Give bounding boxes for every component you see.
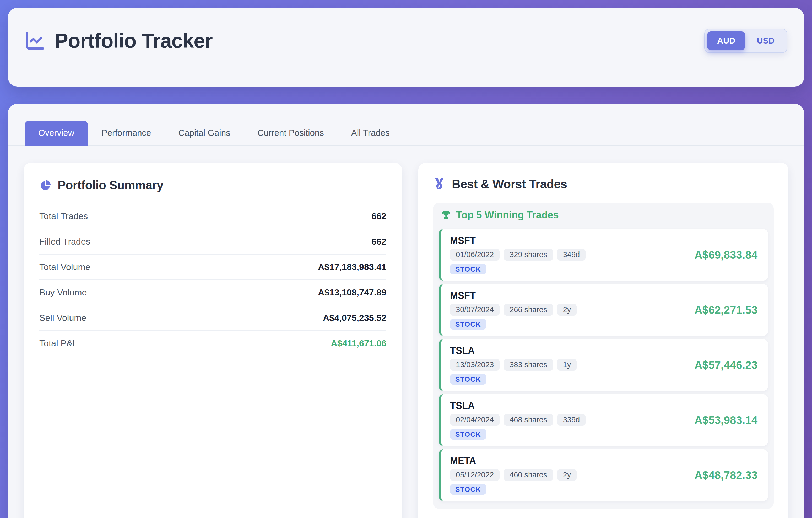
trade-card-4[interactable]: TSLA 02/04/2024 468 shares 339d STOCK A$… — [439, 394, 768, 446]
summary-label: Total P&L — [39, 338, 78, 348]
pie-chart-icon — [39, 179, 51, 191]
trade-symbol: TSLA — [450, 346, 577, 356]
trade-shares-chip: 383 shares — [504, 359, 553, 371]
trade-meta: 13/03/2023 383 shares 1y — [450, 359, 577, 371]
portfolio-summary-panel: Portfolio Summary Total Trades 662 Fille… — [24, 163, 402, 518]
summary-row-sell-volume: Sell Volume A$4,075,235.52 — [39, 306, 386, 331]
trade-card-5[interactable]: META 05/12/2022 460 shares 2y STOCK A$48… — [439, 449, 768, 501]
winning-trade-list: MSFT 01/06/2022 329 shares 349d STOCK A$… — [439, 229, 768, 501]
summary-value: 662 — [371, 236, 386, 247]
tab-all-trades[interactable]: All Trades — [338, 121, 403, 145]
trade-meta: 01/06/2022 329 shares 349d — [450, 249, 585, 261]
brand: Portfolio Tracker — [25, 29, 212, 53]
trade-card-2[interactable]: MSFT 30/07/2024 266 shares 2y STOCK A$62… — [439, 284, 768, 336]
trade-symbol: MSFT — [450, 235, 585, 246]
summary-row-total-pl: Total P&L A$411,671.06 — [39, 331, 386, 356]
summary-label: Total Trades — [39, 211, 88, 221]
trade-info: META 05/12/2022 460 shares 2y STOCK — [450, 456, 577, 495]
trade-holding-chip: 2y — [557, 469, 577, 481]
winning-trades-heading-label: Top 5 Winning Trades — [456, 209, 559, 221]
summary-row-buy-volume: Buy Volume A$13,108,747.89 — [39, 280, 386, 306]
medal-icon — [433, 178, 445, 190]
winning-trades-heading: Top 5 Winning Trades — [439, 209, 768, 221]
trade-info: TSLA 13/03/2023 383 shares 1y STOCK — [450, 346, 577, 384]
tab-overview[interactable]: Overview — [25, 121, 88, 146]
best-worst-panel: Best & Worst Trades Top 5 Winning Trades… — [418, 163, 788, 518]
trade-type-badge: STOCK — [450, 264, 486, 275]
portfolio-summary-header: Portfolio Summary — [39, 178, 386, 192]
tab-bar: Overview Performance Capital Gains Curre… — [8, 104, 804, 146]
tab-current-positions[interactable]: Current Positions — [244, 121, 338, 145]
trade-card-1[interactable]: MSFT 01/06/2022 329 shares 349d STOCK A$… — [439, 229, 768, 281]
trade-holding-chip: 1y — [557, 359, 577, 371]
page-title: Portfolio Tracker — [55, 29, 212, 53]
trade-holding-chip: 2y — [557, 304, 577, 316]
summary-value: A$17,183,983.41 — [318, 262, 386, 272]
trade-date-chip: 13/03/2023 — [450, 359, 499, 371]
trade-meta: 05/12/2022 460 shares 2y — [450, 469, 577, 481]
summary-row-total-volume: Total Volume A$17,183,983.41 — [39, 255, 386, 280]
trade-amount: A$57,446.23 — [694, 359, 757, 371]
trade-type-badge: STOCK — [450, 484, 486, 495]
overview-content: Portfolio Summary Total Trades 662 Fille… — [8, 146, 804, 518]
trade-symbol: META — [450, 456, 577, 466]
summary-value-pl: A$411,671.06 — [331, 338, 386, 348]
best-worst-title: Best & Worst Trades — [452, 177, 567, 191]
trade-date-chip: 01/06/2022 — [450, 249, 499, 261]
summary-rows: Total Trades 662 Filled Trades 662 Total… — [39, 204, 386, 356]
trade-card-3[interactable]: TSLA 13/03/2023 383 shares 1y STOCK A$57… — [439, 339, 768, 391]
trade-meta: 30/07/2024 266 shares 2y — [450, 304, 577, 316]
trade-shares-chip: 329 shares — [504, 249, 553, 261]
currency-option-usd[interactable]: USD — [747, 31, 784, 50]
summary-row-filled-trades: Filled Trades 662 — [39, 229, 386, 255]
trade-date-chip: 05/12/2022 — [450, 469, 499, 481]
currency-toggle[interactable]: AUD USD — [704, 29, 787, 53]
trade-info: MSFT 01/06/2022 329 shares 349d STOCK — [450, 235, 585, 275]
summary-label: Buy Volume — [39, 287, 87, 297]
trade-amount: A$53,983.14 — [694, 414, 757, 427]
summary-label: Sell Volume — [39, 313, 87, 323]
portfolio-summary-title: Portfolio Summary — [58, 178, 163, 192]
best-worst-header: Best & Worst Trades — [433, 177, 774, 191]
trade-shares-chip: 460 shares — [504, 469, 553, 481]
trade-shares-chip: 266 shares — [504, 304, 553, 316]
trade-type-badge: STOCK — [450, 374, 486, 384]
summary-label: Filled Trades — [39, 236, 90, 247]
trade-holding-chip: 349d — [557, 249, 586, 261]
currency-option-aud[interactable]: AUD — [707, 31, 745, 50]
trade-type-badge: STOCK — [450, 429, 486, 440]
trade-symbol: TSLA — [450, 401, 585, 411]
trade-holding-chip: 339d — [557, 414, 586, 426]
trade-amount: A$62,271.53 — [694, 304, 757, 316]
winning-trades-section: Top 5 Winning Trades MSFT 01/06/2022 329… — [433, 203, 774, 509]
summary-label: Total Volume — [39, 262, 90, 272]
trade-amount: A$48,782.33 — [694, 469, 757, 482]
trade-type-badge: STOCK — [450, 319, 486, 329]
tab-performance[interactable]: Performance — [88, 121, 165, 145]
summary-row-total-trades: Total Trades 662 — [39, 204, 386, 229]
app-header: Portfolio Tracker AUD USD — [8, 8, 804, 87]
trade-meta: 02/04/2024 468 shares 339d — [450, 414, 585, 426]
trade-amount: A$69,833.84 — [694, 249, 757, 261]
line-chart-icon — [25, 30, 46, 51]
trade-info: TSLA 02/04/2024 468 shares 339d STOCK — [450, 401, 585, 440]
trade-date-chip: 30/07/2024 — [450, 304, 499, 316]
tab-capital-gains[interactable]: Capital Gains — [165, 121, 244, 145]
trade-shares-chip: 468 shares — [504, 414, 553, 426]
trophy-icon — [441, 210, 451, 221]
trade-info: MSFT 30/07/2024 266 shares 2y STOCK — [450, 290, 577, 329]
summary-value: A$4,075,235.52 — [323, 313, 386, 323]
main-card: Overview Performance Capital Gains Curre… — [8, 104, 804, 518]
trade-date-chip: 02/04/2024 — [450, 414, 499, 426]
summary-value: 662 — [371, 211, 386, 221]
summary-value: A$13,108,747.89 — [318, 287, 386, 297]
trade-symbol: MSFT — [450, 290, 577, 301]
